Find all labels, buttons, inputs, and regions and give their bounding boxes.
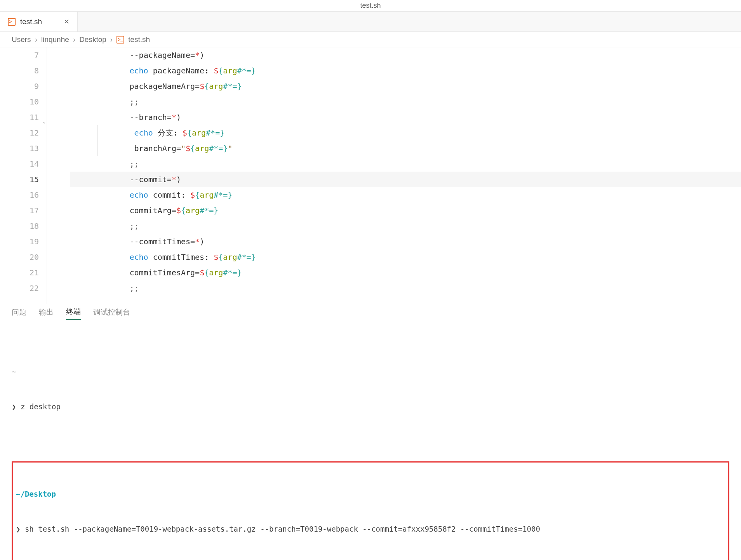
line-number-gutter: 7891011⌄1213141516171819202122 [0, 47, 47, 304]
panel-tab-terminal[interactable]: 终端 [66, 307, 81, 320]
breadcrumb-item[interactable]: test.sh [128, 35, 150, 44]
code-line[interactable]: ;; [70, 218, 741, 234]
code-line[interactable]: commitTimesArg=${arg#*=} [70, 265, 741, 280]
code-line[interactable]: branchArg="${arg#*=}" [70, 141, 741, 156]
window-title: test.sh [360, 2, 381, 10]
shell-icon: >_ [8, 18, 16, 26]
panel-tab-output[interactable]: 输出 [39, 307, 54, 320]
code-editor[interactable]: 7891011⌄1213141516171819202122 --package… [0, 47, 741, 304]
line-number: 18 [0, 218, 39, 234]
terminal-line: ❯ z desktop [12, 401, 729, 412]
chevron-right-icon: › [35, 35, 37, 44]
line-number: 7 [0, 47, 39, 63]
editor-tab[interactable]: >_ test.sh ✕ [0, 12, 78, 31]
code-line[interactable]: echo 分支: ${arg#*=} [70, 125, 741, 141]
terminal-line: ❯ sh test.sh --packageName=T0019-webpack… [16, 523, 725, 535]
panel-tab-debug[interactable]: 调试控制台 [93, 307, 130, 320]
breadcrumb: Users › linqunhe › Desktop › >_ test.sh [0, 32, 741, 47]
code-line[interactable]: commitArg=${arg#*=} [70, 203, 741, 218]
line-number: 11⌄ [0, 110, 39, 125]
line-number: 19 [0, 234, 39, 249]
terminal[interactable]: ~ ❯ z desktop ~/Desktop ❯ sh test.sh --p… [0, 323, 741, 560]
line-number: 22 [0, 280, 39, 296]
code-line[interactable]: --commit=*) [70, 172, 741, 187]
breadcrumb-item[interactable]: Desktop [79, 35, 106, 44]
terminal-line: --packageName=T0019-webpack-assets.tar.g… [16, 558, 725, 560]
code-line[interactable]: echo commitTimes: ${arg#*=} [70, 249, 741, 265]
indent-guide [97, 125, 98, 156]
chevron-down-icon[interactable]: ⌄ [43, 113, 46, 129]
breadcrumb-item[interactable]: linqunhe [41, 35, 69, 44]
terminal-line: ~/Desktop [16, 488, 725, 500]
close-icon[interactable]: ✕ [64, 17, 70, 26]
line-number: 15 [0, 172, 39, 187]
line-number: 20 [0, 249, 39, 265]
terminal-highlight: ~/Desktop ❯ sh test.sh --packageName=T00… [12, 461, 729, 560]
title-bar: test.sh [0, 0, 741, 12]
line-number: 14 [0, 156, 39, 172]
code-line[interactable]: --branch=*) [70, 110, 741, 125]
line-number: 10 [0, 94, 39, 110]
terminal-line: ~ [12, 354, 729, 377]
line-number: 8 [0, 63, 39, 78]
line-number: 9 [0, 78, 39, 94]
chevron-right-icon: › [110, 35, 113, 44]
panel-tab-problems[interactable]: 问题 [12, 307, 26, 320]
code-line[interactable]: ;; [70, 94, 741, 110]
code-line[interactable]: ;; [70, 280, 741, 296]
tabs-bar: >_ test.sh ✕ [0, 12, 741, 32]
breadcrumb-item[interactable]: Users [12, 35, 31, 44]
code-line[interactable]: packageNameArg=${arg#*=} [70, 78, 741, 94]
code-line[interactable]: --commitTimes=*) [70, 234, 741, 249]
tab-label: test.sh [20, 17, 42, 26]
shell-icon: >_ [117, 36, 124, 43]
line-number: 16 [0, 187, 39, 203]
line-number: 21 [0, 265, 39, 280]
code-line[interactable]: --packageName=*) [70, 47, 741, 63]
line-number: 13 [0, 141, 39, 156]
line-number: 12 [0, 125, 39, 141]
line-number: 17 [0, 203, 39, 218]
code-line[interactable]: ;; [70, 156, 741, 172]
code-line[interactable]: echo packageName: ${arg#*=} [70, 63, 741, 78]
panel-tabs: 问题 输出 终端 调试控制台 [0, 304, 741, 323]
chevron-right-icon: › [73, 35, 75, 44]
code-area[interactable]: --packageName=*) echo packageName: ${arg… [47, 47, 741, 304]
code-line[interactable]: echo commit: ${arg#*=} [70, 187, 741, 203]
